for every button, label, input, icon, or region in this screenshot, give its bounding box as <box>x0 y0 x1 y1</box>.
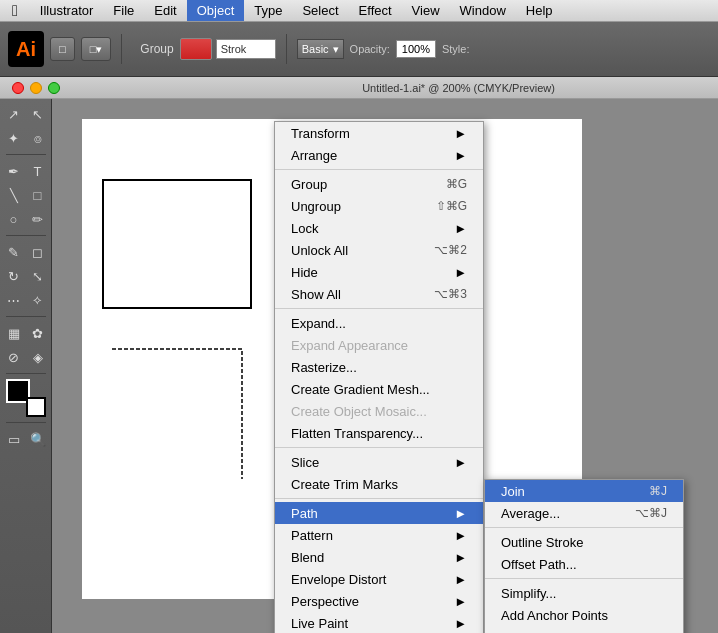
menu-rasterize[interactable]: Rasterize... <box>275 356 483 378</box>
pencil-tool[interactable]: ✎ <box>3 241 25 263</box>
type-tool[interactable]: T <box>27 160 49 182</box>
menu-create-gradient-mesh[interactable]: Create Gradient Mesh... <box>275 378 483 400</box>
arrow-icon: ► <box>454 550 467 565</box>
symbol-tool[interactable]: ✿ <box>27 322 49 344</box>
tool-sep-4 <box>6 373 46 374</box>
tool-pair-magic: ✦ ⌾ <box>3 127 49 149</box>
menu-view[interactable]: View <box>402 0 450 21</box>
arrow-icon: ► <box>454 221 467 236</box>
eraser-tool[interactable]: ◻ <box>27 241 49 263</box>
selection-tool[interactable]: ↗ <box>3 103 25 125</box>
path-simplify[interactable]: Simplify... <box>485 582 683 604</box>
menu-effect[interactable]: Effect <box>349 0 402 21</box>
path-join[interactable]: Join ⌘J <box>485 480 683 502</box>
path-add-anchor[interactable]: Add Anchor Points <box>485 604 683 626</box>
magic-wand-tool[interactable]: ✦ <box>3 127 25 149</box>
zoom-tool[interactable]: 🔍 <box>27 428 49 450</box>
canvas-area: Transform ► Arrange ► Group ⌘G Ungroup ⇧… <box>52 99 718 633</box>
warp-tool[interactable]: ⋯ <box>3 289 25 311</box>
menu-sep <box>485 527 683 528</box>
menu-group[interactable]: Group ⌘G <box>275 173 483 195</box>
blend-tool[interactable]: ◈ <box>27 346 49 368</box>
menu-hide[interactable]: Hide ► <box>275 261 483 283</box>
width-tool[interactable]: ⟡ <box>27 289 49 311</box>
menu-slice[interactable]: Slice ► <box>275 451 483 473</box>
menu-sep <box>275 308 483 309</box>
menu-path[interactable]: Path ► <box>275 502 483 524</box>
menu-live-paint[interactable]: Live Paint ► <box>275 612 483 633</box>
menu-show-all[interactable]: Show All ⌥⌘3 <box>275 283 483 305</box>
group-label: Group <box>140 42 173 56</box>
eyedropper-tool[interactable]: ⊘ <box>3 346 25 368</box>
arrow-icon: ► <box>454 506 467 521</box>
toolbar-separator-1 <box>121 34 122 64</box>
menu-create-trim-marks[interactable]: Create Trim Marks <box>275 473 483 495</box>
menu-flatten-transparency[interactable]: Flatten Transparency... <box>275 422 483 444</box>
menu-envelope-distort[interactable]: Envelope Distort ► <box>275 568 483 590</box>
opacity-value[interactable]: 100% <box>396 40 436 58</box>
menu-create-object-mosaic: Create Object Mosaic... <box>275 400 483 422</box>
tool-pair-pen: ✒ T <box>3 160 49 182</box>
menu-illustrator[interactable]: Illustrator <box>30 0 103 21</box>
stroke-value[interactable]: Strok <box>216 39 276 59</box>
basic-select[interactable]: Basic▾ <box>297 39 344 59</box>
stroke-color-swatch[interactable] <box>26 397 46 417</box>
arrow-icon: ► <box>454 126 467 141</box>
arrow-icon: ► <box>454 594 467 609</box>
apple-menu[interactable]:  <box>0 0 30 21</box>
toolbar-btn-2[interactable]: □▾ <box>81 37 112 61</box>
menu-type[interactable]: Type <box>244 0 292 21</box>
tool-pair-ellipse: ○ ✏ <box>3 208 49 230</box>
path-submenu: Join ⌘J Average... ⌥⌘J Outline Stroke Of… <box>484 479 684 633</box>
menu-select[interactable]: Select <box>292 0 348 21</box>
tool-pair-pencil: ✎ ◻ <box>3 241 49 263</box>
chart-tool[interactable]: ▦ <box>3 322 25 344</box>
menu-edit[interactable]: Edit <box>144 0 186 21</box>
menu-object[interactable]: Object <box>187 0 245 21</box>
path-remove-anchor[interactable]: Remove Anchor Points <box>485 626 683 633</box>
brush-tool[interactable]: ✏ <box>27 208 49 230</box>
maximize-btn[interactable] <box>48 82 60 94</box>
menu-help[interactable]: Help <box>516 0 563 21</box>
rotate-tool[interactable]: ↻ <box>3 265 25 287</box>
path-outline-stroke[interactable]: Outline Stroke <box>485 531 683 553</box>
object-menu: Transform ► Arrange ► Group ⌘G Ungroup ⇧… <box>274 121 484 633</box>
left-toolbar: ↗ ↖ ✦ ⌾ ✒ T ╲ □ ○ ✏ ✎ ◻ ↻ ⤡ ⋯ <box>0 99 52 633</box>
tool-pair-select: ↗ ↖ <box>3 103 49 125</box>
toolbar-btn-1[interactable]: □ <box>50 37 75 61</box>
menu-file[interactable]: File <box>103 0 144 21</box>
menu-sep <box>275 447 483 448</box>
menu-blend[interactable]: Blend ► <box>275 546 483 568</box>
menu-ungroup[interactable]: Ungroup ⇧⌘G <box>275 195 483 217</box>
toolbar-separator-2 <box>286 34 287 64</box>
tool-pair-eye: ⊘ ◈ <box>3 346 49 368</box>
menu-sep <box>275 498 483 499</box>
menu-window[interactable]: Window <box>450 0 516 21</box>
rect-tool[interactable]: □ <box>27 184 49 206</box>
pen-tool[interactable]: ✒ <box>3 160 25 182</box>
menu-unlock-all[interactable]: Unlock All ⌥⌘2 <box>275 239 483 261</box>
menu-bar:  Illustrator File Edit Object Type Sele… <box>0 0 718 22</box>
ellipse-tool[interactable]: ○ <box>3 208 25 230</box>
toolbar: Ai □ □▾ Group Strok Basic▾ Opacity: 100%… <box>0 22 718 77</box>
menu-lock[interactable]: Lock ► <box>275 217 483 239</box>
menu-arrange[interactable]: Arrange ► <box>275 144 483 166</box>
stroke-color[interactable] <box>180 38 212 60</box>
path-offset-path[interactable]: Offset Path... <box>485 553 683 575</box>
minimize-btn[interactable] <box>30 82 42 94</box>
tool-pair-view: ▭ 🔍 <box>3 428 49 450</box>
scale-tool[interactable]: ⤡ <box>27 265 49 287</box>
menu-expand[interactable]: Expand... <box>275 312 483 334</box>
close-btn[interactable] <box>12 82 24 94</box>
screen-mode-tool[interactable]: ▭ <box>3 428 25 450</box>
menu-pattern[interactable]: Pattern ► <box>275 524 483 546</box>
tool-pair-warp: ⋯ ⟡ <box>3 289 49 311</box>
arrow-icon: ► <box>454 455 467 470</box>
lasso-tool[interactable]: ⌾ <box>27 127 49 149</box>
line-tool[interactable]: ╲ <box>3 184 25 206</box>
menu-perspective[interactable]: Perspective ► <box>275 590 483 612</box>
direct-select-tool[interactable]: ↖ <box>27 103 49 125</box>
menu-sep <box>485 578 683 579</box>
menu-transform[interactable]: Transform ► <box>275 122 483 144</box>
path-average[interactable]: Average... ⌥⌘J <box>485 502 683 524</box>
